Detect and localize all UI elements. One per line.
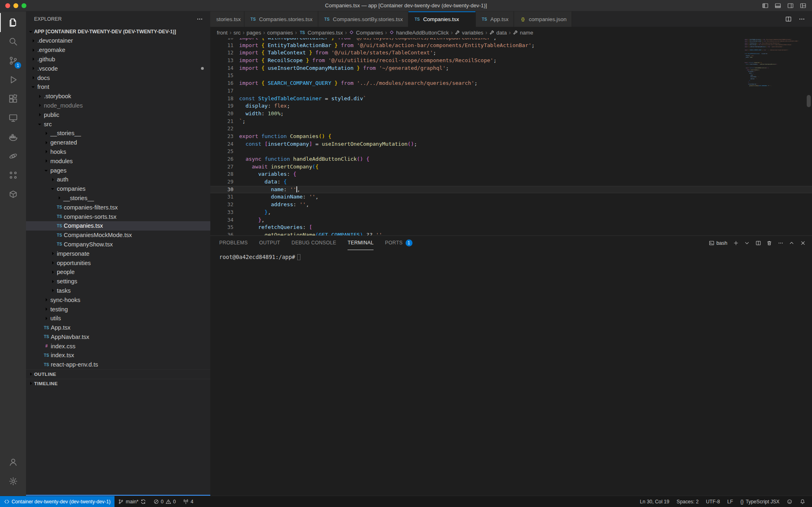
code-line-16[interactable]: 16import { SEARCH_COMPANY_QUERY } from '… xyxy=(210,80,812,87)
line-number[interactable]: 24 xyxy=(210,140,233,148)
panel-tab-problems[interactable]: PROBLEMS xyxy=(219,236,248,250)
tab-companies-tsx[interactable]: TSCompanies.tsx xyxy=(408,11,476,27)
section-outline[interactable]: OUTLINE xyxy=(26,369,210,379)
minimap[interactable]: import { WithTopBarContainer } from '@/u… xyxy=(745,39,806,87)
tree-item-companies-filters-tsx[interactable]: TScompanies-filters.tsx xyxy=(26,203,210,212)
tree-item-companies-tsx[interactable]: TSCompanies.tsx xyxy=(26,221,210,231)
code-line-27[interactable]: 27 await insertCompany({ xyxy=(210,163,812,171)
tree-item-front[interactable]: front xyxy=(26,82,210,92)
customize-layout-button[interactable] xyxy=(800,2,806,9)
line-number[interactable]: 33 xyxy=(210,209,233,216)
code-line-17[interactable]: 17 xyxy=(210,87,812,95)
tree-item-stories[interactable]: __stories__ xyxy=(26,129,210,138)
shell-selector-button[interactable]: bash xyxy=(709,240,728,246)
tree-item-index-tsx[interactable]: TSindex.tsx xyxy=(26,351,210,360)
tab-stories-tsx[interactable]: stories.tsx xyxy=(210,11,244,27)
toggle-panel-button[interactable] xyxy=(775,2,781,9)
tree-item-modules[interactable]: modules xyxy=(26,156,210,166)
line-number[interactable]: 31 xyxy=(210,193,233,201)
breadcrumb-pages[interactable]: pages xyxy=(246,30,261,36)
code-line-26[interactable]: 26 async function handleAddButtonClick()… xyxy=(210,155,812,163)
minimize-window-button[interactable] xyxy=(13,3,18,8)
tree-item-index-css[interactable]: #index.css xyxy=(26,341,210,351)
kill-terminal-button[interactable] xyxy=(767,240,772,246)
more-actions-button[interactable] xyxy=(778,240,784,246)
breadcrumb-handleaddbuttonclick[interactable]: handleAddButtonClick xyxy=(389,30,449,36)
code-line-10[interactable]: 10import { WithTopBarContainer } from '@… xyxy=(210,38,812,42)
activity-settings[interactable] xyxy=(0,472,26,491)
line-number[interactable]: 26 xyxy=(210,155,233,163)
status-indentation[interactable]: Spaces: 2 xyxy=(673,496,702,507)
line-number[interactable]: 18 xyxy=(210,95,233,103)
tree-item-impersonate[interactable]: impersonate xyxy=(26,249,210,258)
views-and-more-actions-button[interactable] xyxy=(197,16,203,22)
code-line-14[interactable]: 14import { useInsertOneCompanyMutation }… xyxy=(210,65,812,72)
tree-item-auth[interactable]: auth xyxy=(26,175,210,184)
new-terminal-button[interactable] xyxy=(733,240,739,246)
tree-item-stories[interactable]: __stories__ xyxy=(26,194,210,203)
tree-item-node-modules[interactable]: node_modules xyxy=(26,101,210,110)
line-number[interactable]: 17 xyxy=(210,87,233,95)
activity-package[interactable] xyxy=(0,185,26,204)
tab-app-tsx[interactable]: TSApp.tsx xyxy=(476,11,514,27)
code-line-32[interactable]: 32 address: '', xyxy=(210,201,812,209)
line-number[interactable]: 10 xyxy=(210,38,233,42)
line-number[interactable]: 25 xyxy=(210,148,233,155)
status-cursor-position[interactable]: Ln 30, Col 19 xyxy=(636,496,673,507)
activity-accounts[interactable] xyxy=(0,453,26,472)
tree-item-generated[interactable]: generated xyxy=(26,138,210,147)
close-icon[interactable] xyxy=(464,16,470,22)
code-line-22[interactable]: 22 xyxy=(210,125,812,133)
tree-item-public[interactable]: public xyxy=(26,110,210,119)
close-window-button[interactable] xyxy=(5,3,10,8)
tree-item-docs[interactable]: docs xyxy=(26,73,210,82)
status-eol[interactable]: LF xyxy=(723,496,736,507)
line-number[interactable]: 21 xyxy=(210,118,233,125)
line-number[interactable]: 22 xyxy=(210,125,233,133)
section-timeline[interactable]: TIMELINE xyxy=(26,379,210,388)
tree-item-utils[interactable]: utils xyxy=(26,314,210,323)
line-number[interactable]: 13 xyxy=(210,57,233,65)
panel-tab-terminal[interactable]: TERMINAL xyxy=(348,236,374,250)
code-line-18[interactable]: 18const StyledTableContainer = styled.di… xyxy=(210,95,812,103)
more-actions-button[interactable] xyxy=(799,16,805,22)
code-line-30[interactable]: 30 name: '', xyxy=(210,186,812,194)
code-line-28[interactable]: 28 variables: { xyxy=(210,170,812,178)
tree-item-companies-sorts-tsx[interactable]: TScompanies-sorts.tsx xyxy=(26,212,210,221)
activity-run-debug[interactable] xyxy=(0,70,26,89)
line-number[interactable]: 23 xyxy=(210,133,233,140)
tree-root-folder[interactable]: APP [CONTAINER DEV-TWENTY-DEV (DEV-TWENT… xyxy=(26,27,210,36)
line-number[interactable]: 32 xyxy=(210,201,233,209)
tree-item-companyshow-tsx[interactable]: TSCompanyShow.tsx xyxy=(26,240,210,249)
breadcrumb-companies[interactable]: Companies xyxy=(349,30,383,36)
line-number[interactable]: 20 xyxy=(210,110,233,118)
tree-item-src[interactable]: src xyxy=(26,119,210,129)
code-area[interactable]: 10import { WithTopBarContainer } from '@… xyxy=(210,38,812,235)
code-line-20[interactable]: 20 width: 100%; xyxy=(210,110,812,118)
status-branch[interactable]: main* xyxy=(114,496,149,507)
breadcrumb-variables[interactable]: variables xyxy=(455,30,483,36)
code-line-24[interactable]: 24 const [insertCompany] = useInsertOneC… xyxy=(210,140,812,148)
panel-tab-debug-console[interactable]: DEBUG CONSOLE xyxy=(292,236,336,250)
line-number[interactable]: 28 xyxy=(210,170,233,178)
tree-item-github[interactable]: .github xyxy=(26,55,210,64)
status-feedback[interactable] xyxy=(783,496,796,507)
status-ports[interactable]: 4 xyxy=(179,496,197,507)
activity-explorer[interactable] xyxy=(0,13,26,32)
line-number[interactable]: 34 xyxy=(210,216,233,224)
activity-extensions[interactable] xyxy=(0,89,26,108)
line-number[interactable]: 14 xyxy=(210,65,233,72)
tree-item-sync-hooks[interactable]: sync-hooks xyxy=(26,295,210,304)
code-line-21[interactable]: 21`; xyxy=(210,118,812,125)
status-problems[interactable]: 00 xyxy=(150,496,180,507)
code-line-34[interactable]: 34 }, xyxy=(210,216,812,224)
zoom-window-button[interactable] xyxy=(22,3,26,8)
breadcrumb-data[interactable]: data xyxy=(489,30,507,36)
code-line-12[interactable]: 12import { TableContext } from '@/ui/tab… xyxy=(210,49,812,57)
tree-item-people[interactable]: people xyxy=(26,268,210,277)
close-panel-button[interactable] xyxy=(800,240,806,246)
breadcrumb-name[interactable]: name xyxy=(513,30,533,36)
tab-companies-sortby-stories-tsx[interactable]: TSCompanies.sortBy.stories.tsx xyxy=(318,11,408,27)
status-language[interactable]: {}TypeScript JSX xyxy=(737,496,783,507)
line-number[interactable]: 35 xyxy=(210,224,233,231)
